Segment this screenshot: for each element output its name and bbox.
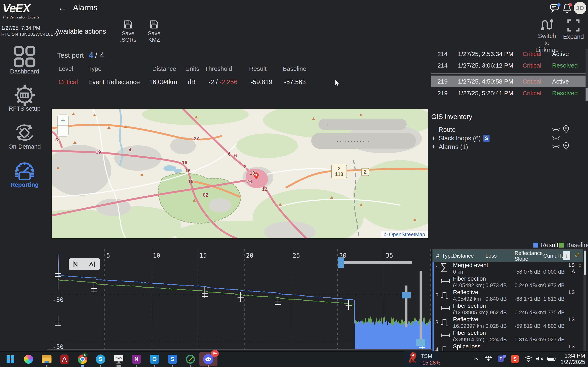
updown-arrow-icon[interactable]: ↕ (578, 261, 581, 268)
header-num: # (436, 253, 439, 259)
alarm-time: 1/27/25, 5:25:41 PM (458, 90, 513, 97)
save-sors-button[interactable]: Save .SORs (120, 20, 136, 43)
cursor-bar-b[interactable] (420, 271, 422, 346)
expand-plus[interactable]: + (432, 135, 435, 142)
tray-tidal-icon[interactable] (485, 355, 492, 361)
header-reflectance-2[interactable]: Slope (514, 256, 528, 262)
tray-snagit-icon[interactable]: S (511, 355, 519, 363)
alarm-row-1[interactable]: 214 1/27/25, 3:06:12 PM Critical Resolve… (431, 59, 586, 71)
header-loss[interactable]: Loss (485, 253, 497, 259)
scrollbar-thumb[interactable] (584, 251, 586, 275)
windows-start-button[interactable] (5, 353, 16, 365)
alarm-status: Resolved (552, 62, 578, 69)
save-kmz-button[interactable]: Save KMZ (146, 20, 162, 43)
back-button[interactable]: ← (58, 2, 67, 13)
event-title: Reflective (453, 316, 478, 323)
edit-pencil-icon[interactable]: ✎ (574, 251, 580, 259)
gis-map[interactable]: 1231916161542A66810761282 2 113 2 + − © … (52, 109, 428, 238)
alarm-row-2-selected[interactable]: 219 1/27/25, 4:50:58 PM Critical Active (431, 75, 586, 87)
expand-plus[interactable]: + (432, 143, 435, 151)
sidebar-item-dashboard[interactable] (14, 46, 36, 68)
sidebar-item-on-demand[interactable] (13, 122, 36, 143)
header-reflectance-1[interactable]: Reflectance (514, 250, 543, 256)
fiber-section-row[interactable]: Fiber section (3.89914 km) 1.224 dB 0.31… (433, 330, 583, 343)
fiber-section-row[interactable]: Fiber section (12.03905 km) 2.962 dB 0.2… (433, 302, 583, 316)
sidebar-label-rfts-setup[interactable]: RFTS setup (0, 105, 49, 112)
tray-volume-muted-icon[interactable] (535, 356, 544, 362)
chrome-profile-badge: G (83, 352, 88, 357)
trace-cursor-icon[interactable] (89, 261, 96, 268)
gis-row-slack-loops[interactable]: + Slack loops (6) S (431, 134, 583, 143)
sidebar-item-rfts-setup[interactable] (12, 84, 37, 107)
gis-row-route[interactable]: Route (431, 126, 583, 134)
stock-widget[interactable]: 4 TSM -15.28% (404, 351, 439, 367)
legend-baseline-label: Baseline (566, 241, 588, 249)
otdr-trace-chart[interactable]: 510152025303540 -30-50 (52, 249, 431, 349)
chrome-icon[interactable]: G (77, 353, 88, 365)
file-explorer-icon[interactable] (41, 353, 52, 365)
cursor-handle-a[interactable] (402, 292, 411, 299)
avatar[interactable]: JD (574, 2, 586, 14)
tray-battery-icon[interactable] (547, 356, 556, 361)
alarm-list-scrollbar[interactable] (586, 49, 588, 100)
header-type[interactable]: Type (442, 253, 453, 259)
tray-wifi-icon[interactable] (524, 356, 533, 362)
event-distance: 0 km (453, 269, 465, 275)
tray-clock[interactable]: 1:34 PM 1/27/2025 (561, 353, 585, 365)
onenote-icon[interactable]: N (131, 353, 142, 365)
alarm-status: Active (552, 78, 569, 85)
events-table: # Type Distance Loss Reflectance Slope C… (432, 249, 588, 351)
events-table-scrollbar[interactable] (583, 249, 586, 351)
event-row-2[interactable]: 2 Reflective LS 4.05492 km 0.840 dB -68.… (433, 289, 583, 302)
discord-icon[interactable]: 9+ (199, 352, 218, 366)
gis-row-alarms[interactable]: + Alarms (1) (431, 143, 583, 151)
messages-icon[interactable] (550, 3, 561, 13)
tray-chevron-up-icon[interactable] (473, 357, 478, 361)
tray-teams-icon[interactable]: T (498, 355, 506, 363)
save-kmz-line1: Save (146, 30, 162, 37)
floppy-disk-icon (149, 20, 159, 29)
map-pin-icon[interactable] (563, 125, 569, 133)
cursor-bar-a[interactable] (405, 285, 408, 327)
eye-closed-icon[interactable] (552, 135, 560, 141)
legend-result-label: Result (540, 241, 558, 249)
zoom-in-button[interactable]: + (58, 115, 68, 126)
trace-mode-icon[interactable] (73, 261, 80, 268)
cursor-handle-b[interactable] (416, 339, 425, 346)
s-app-icon[interactable]: S (167, 353, 178, 365)
expand-button[interactable]: Expand (562, 19, 585, 40)
adobe-acrobat-icon[interactable] (59, 353, 70, 365)
zoom-out-button[interactable]: − (58, 126, 68, 136)
map-attribution[interactable]: © OpenStreetMap (381, 231, 428, 238)
eye-closed-icon[interactable] (552, 127, 560, 132)
green-ring-app-icon[interactable] (185, 353, 196, 365)
scrollbar-thumb[interactable] (586, 88, 588, 100)
chart-pan-handle[interactable] (338, 257, 344, 268)
sidebar-label-reporting[interactable]: Reporting (0, 182, 49, 188)
eye-closed-icon[interactable] (552, 144, 560, 149)
sidebar-label-dashboard[interactable]: Dashboard (0, 68, 49, 75)
outlook-icon[interactable]: O (149, 353, 160, 365)
screentogif-icon[interactable]: S>G (113, 353, 124, 365)
map-pin-icon[interactable] (563, 142, 569, 150)
skype-icon[interactable]: S (95, 353, 106, 365)
collapse-rows-icon[interactable]: ↕ (563, 251, 570, 260)
copilot-icon[interactable] (23, 353, 34, 365)
alarm-row-3[interactable]: 219 1/27/25, 5:25:41 PM Critical Resolve… (431, 87, 586, 99)
notifications-bell-icon[interactable] (563, 3, 572, 13)
fiber-section-row[interactable]: Fiber section (4.05492 km) 0.973 dB 0.24… (433, 275, 583, 289)
on-demand-icon (13, 122, 36, 143)
badge-line1: 2 (334, 166, 344, 172)
alarm-row-0[interactable]: 214 1/27/25, 2:53:34 PM Critical Active (431, 48, 586, 59)
event-distance: (3.89914 km) (453, 336, 484, 343)
event-row-1[interactable]: 1 ∑ Merged event LS ↕ 0 km -58.078 dB 0.… (433, 262, 583, 275)
event-row-3[interactable]: 3 Reflective LS 16.09397 km 0.028 dB -59… (433, 316, 583, 330)
sidebar-label-on-demand[interactable]: On-Demand (0, 143, 49, 150)
road-number-label: 8 (244, 164, 247, 169)
available-actions-title: Available actions (55, 27, 106, 35)
brand-text: VeEX (2, 1, 39, 15)
test-port-current[interactable]: 4 (89, 51, 93, 59)
sidebar-item-reporting[interactable] (13, 160, 36, 182)
header-distance[interactable]: Distance (453, 253, 474, 259)
chart-pan-track[interactable] (344, 261, 412, 264)
